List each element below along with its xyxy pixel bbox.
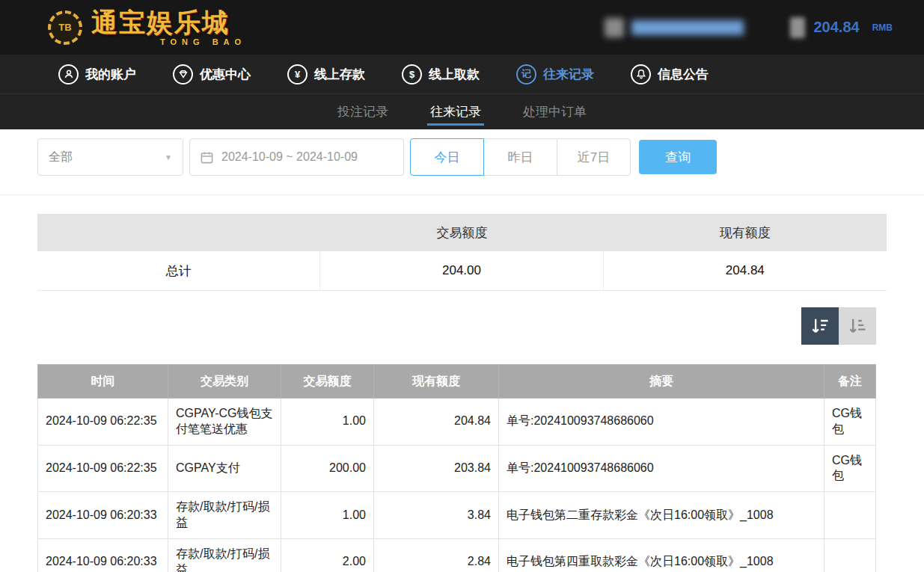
summary-table: 交易额度 现有额度 总计 204.00 204.84 bbox=[37, 214, 887, 291]
tab-label: 投注记录 bbox=[337, 103, 388, 120]
cell-type: 存款/取款/打码/损益 bbox=[168, 492, 281, 539]
date-range-input[interactable]: 2024-10-09 ~ 2024-10-09 bbox=[189, 138, 404, 176]
tab-label: 处理中订单 bbox=[523, 103, 587, 120]
date-range-value: 2024-10-09 ~ 2024-10-09 bbox=[221, 150, 358, 164]
gift-icon bbox=[173, 64, 193, 84]
cell-note bbox=[824, 492, 876, 539]
balance-amount: 204.84 bbox=[814, 19, 860, 36]
quick-btn-yesterday[interactable]: 昨日 bbox=[483, 138, 557, 176]
balance-display[interactable]: 204.84 RMB bbox=[790, 17, 893, 38]
cell-note bbox=[824, 538, 876, 572]
summary-header-transaction-amount: 交易额度 bbox=[320, 224, 603, 242]
quick-btn-last7days[interactable]: 近7日 bbox=[557, 138, 631, 176]
cell-amount: 2.00 bbox=[281, 538, 374, 572]
main-nav: 我的账户 优惠中心 ¥ 线上存款 $ 线上取款 记 往来记录 信息公告 bbox=[0, 55, 924, 93]
nav-item-label: 优惠中心 bbox=[200, 66, 251, 83]
sort-ascending-icon bbox=[847, 316, 868, 336]
quick-btn-today[interactable]: 今日 bbox=[410, 138, 484, 176]
cell-balance: 203.84 bbox=[374, 445, 499, 492]
cell-amount: 1.00 bbox=[281, 399, 374, 446]
sort-controls bbox=[0, 307, 876, 345]
logo-subtitle: TONG BAO bbox=[160, 37, 246, 46]
nav-item-label: 我的账户 bbox=[85, 66, 136, 83]
type-select[interactable]: 全部 ▼ bbox=[37, 138, 183, 176]
sort-descending-icon bbox=[810, 316, 830, 336]
section-divider bbox=[0, 194, 924, 195]
records-coin-icon: 记 bbox=[516, 64, 536, 84]
nav-item-transaction-records[interactable]: 记 往来记录 bbox=[516, 64, 594, 84]
table-header-row: 时间 交易类别 交易额度 现有额度 摘要 备注 bbox=[38, 365, 876, 399]
cell-balance: 3.84 bbox=[374, 492, 499, 539]
person-icon bbox=[58, 64, 79, 84]
nav-item-label: 线上存款 bbox=[314, 66, 365, 83]
cell-time: 2024-10-09 06:20:33 bbox=[38, 492, 168, 539]
tab-betting-records[interactable]: 投注记录 bbox=[327, 94, 399, 129]
balance-currency: RMB bbox=[872, 22, 893, 33]
header-right: 204.84 RMB bbox=[605, 17, 893, 38]
site-logo[interactable]: TB 通宝娱乐城 TONG BAO bbox=[48, 9, 246, 46]
tab-transaction-records[interactable]: 往来记录 bbox=[420, 94, 492, 129]
tab-pending-orders[interactable]: 处理中订单 bbox=[513, 94, 597, 129]
cell-balance: 2.84 bbox=[374, 538, 499, 572]
cell-amount: 1.00 bbox=[281, 492, 374, 539]
top-header: TB 通宝娱乐城 TONG BAO 204.84 RMB bbox=[0, 0, 924, 55]
summary-header-current-amount: 现有额度 bbox=[604, 224, 887, 242]
col-header-time: 时间 bbox=[38, 365, 168, 399]
cell-summary: 单号:202410093748686060 bbox=[499, 399, 824, 446]
col-header-type: 交易类别 bbox=[168, 365, 281, 399]
username-area[interactable] bbox=[605, 18, 744, 37]
summary-transaction-amount: 204.00 bbox=[320, 251, 603, 290]
col-header-summary: 摘要 bbox=[499, 365, 824, 399]
summary-current-amount: 204.84 bbox=[604, 251, 887, 290]
table-row: 2024-10-09 06:22:35 CGPAY支付 200.00 203.8… bbox=[38, 445, 876, 492]
cell-summary: 单号:202410093748686060 bbox=[499, 445, 824, 492]
table-row: 2024-10-09 06:20:33 存款/取款/打码/损益 1.00 3.8… bbox=[38, 492, 876, 539]
table-row: 2024-10-09 06:22:35 CGPAY-CG钱包支付笔笔送优惠 1.… bbox=[38, 399, 876, 446]
nav-item-label: 线上取款 bbox=[429, 66, 480, 83]
transactions-table: 时间 交易类别 交易额度 现有额度 摘要 备注 2024-10-09 06:22… bbox=[37, 364, 876, 572]
summary-total-row: 总计 204.00 204.84 bbox=[37, 251, 887, 291]
withdraw-coin-icon: $ bbox=[402, 64, 422, 84]
filter-bar: 全部 ▼ 2024-10-09 ~ 2024-10-09 今日 昨日 近7日 查… bbox=[37, 138, 924, 176]
bell-icon bbox=[631, 64, 651, 84]
cell-time: 2024-10-09 06:20:33 bbox=[38, 538, 168, 572]
nav-item-label: 往来记录 bbox=[543, 66, 594, 83]
username-redacted bbox=[631, 20, 744, 35]
quick-btn-label: 昨日 bbox=[508, 149, 533, 166]
cell-summary: 电子钱包第二重存款彩金《次日16:00领取》_1008 bbox=[499, 492, 824, 539]
type-select-value: 全部 bbox=[49, 150, 73, 165]
nav-item-online-deposit[interactable]: ¥ 线上存款 bbox=[287, 64, 365, 84]
nav-item-promotions[interactable]: 优惠中心 bbox=[173, 64, 251, 84]
wallet-icon bbox=[790, 17, 805, 38]
col-header-balance: 现有额度 bbox=[374, 365, 499, 399]
nav-item-announcements[interactable]: 信息公告 bbox=[631, 64, 709, 84]
col-header-amount: 交易额度 bbox=[281, 365, 374, 399]
quick-date-group: 今日 昨日 近7日 bbox=[410, 138, 631, 176]
col-header-note: 备注 bbox=[824, 365, 876, 399]
search-button[interactable]: 查询 bbox=[639, 140, 717, 174]
cell-note: CG钱包 bbox=[824, 445, 876, 492]
cell-amount: 200.00 bbox=[281, 445, 374, 492]
cell-time: 2024-10-09 06:22:35 bbox=[38, 399, 168, 446]
nav-item-online-withdraw[interactable]: $ 线上取款 bbox=[402, 64, 480, 84]
cell-type: 存款/取款/打码/损益 bbox=[168, 538, 281, 572]
sort-descending-button[interactable] bbox=[801, 307, 839, 345]
cell-type: CGPAY-CG钱包支付笔笔送优惠 bbox=[168, 399, 281, 446]
cell-balance: 204.84 bbox=[374, 399, 499, 446]
sort-ascending-button[interactable] bbox=[839, 307, 876, 345]
chevron-down-icon: ▼ bbox=[165, 153, 172, 162]
cell-summary: 电子钱包第四重取款彩金《次日16:00领取》_1008 bbox=[499, 538, 824, 572]
sub-nav: 投注记录 往来记录 处理中订单 bbox=[0, 93, 924, 129]
table-row: 2024-10-09 06:20:33 存款/取款/打码/损益 2.00 2.8… bbox=[38, 538, 876, 572]
nav-item-label: 信息公告 bbox=[658, 66, 709, 83]
cell-note: CG钱包 bbox=[824, 399, 876, 446]
nav-item-my-account[interactable]: 我的账户 bbox=[58, 64, 136, 84]
tab-label: 往来记录 bbox=[430, 103, 481, 120]
quick-btn-label: 今日 bbox=[435, 149, 460, 166]
logo-text: 通宝娱乐城 TONG BAO bbox=[91, 9, 246, 46]
user-icon bbox=[605, 18, 624, 37]
deposit-coin-icon: ¥ bbox=[287, 64, 308, 84]
summary-header-row: 交易额度 现有额度 bbox=[37, 214, 887, 251]
calendar-icon bbox=[200, 150, 214, 164]
cell-time: 2024-10-09 06:22:35 bbox=[38, 445, 168, 492]
